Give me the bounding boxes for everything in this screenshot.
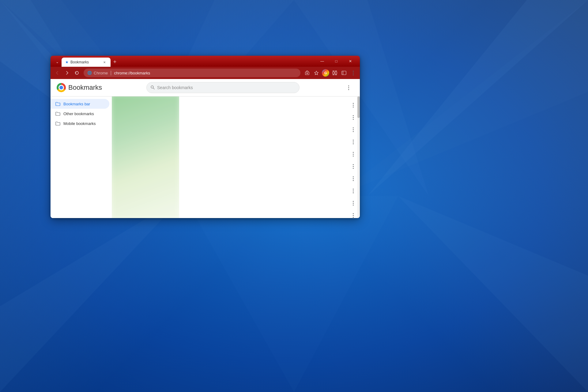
share-icon[interactable] (303, 69, 311, 77)
browser-tab-bookmarks[interactable]: ★ Bookmarks ✕ (62, 58, 111, 67)
sidebar-item-mobile-bookmarks[interactable]: Mobile bookmarks (51, 119, 109, 128)
bookmark-more-button[interactable] (349, 138, 357, 146)
list-item[interactable] (112, 197, 360, 209)
tab-favicon: ★ (65, 60, 69, 64)
page-logo-area: Bookmarks (57, 83, 102, 92)
scrollbar-thumb[interactable] (357, 96, 360, 118)
close-button[interactable]: ✕ (343, 56, 357, 67)
bookmark-more-button[interactable] (349, 125, 357, 134)
sidebar-item-other-bookmarks[interactable]: Other bookmarks (51, 109, 109, 119)
google-g: G (322, 69, 329, 77)
address-url: chrome://bookmarks (114, 71, 150, 75)
search-icon (150, 85, 155, 90)
list-item[interactable] (112, 209, 360, 218)
list-item[interactable] (112, 99, 360, 111)
address-input[interactable]: 🌐 Chrome | chrome://bookmarks (84, 69, 300, 77)
forward-button[interactable] (63, 69, 71, 77)
sidebar-mobile-bookmarks-label: Mobile bookmarks (63, 121, 96, 126)
list-item[interactable] (112, 136, 360, 148)
browser-window: ⌄ ★ Bookmarks ✕ + — □ ✕ 🌐 Chrome | (51, 56, 360, 218)
new-tab-button[interactable]: + (111, 58, 119, 66)
sidebar-item-bookmarks-bar[interactable]: Bookmarks bar (51, 99, 109, 109)
bookmark-more-button[interactable] (349, 211, 357, 218)
sidebar-toggle-icon[interactable] (340, 69, 348, 77)
scrollbar-track (357, 96, 360, 218)
more-menu-icon[interactable] (349, 69, 357, 77)
chrome-label: Chrome (94, 71, 108, 75)
sidebar-bookmarks-bar-label: Bookmarks bar (63, 102, 90, 106)
minimize-button[interactable]: — (315, 56, 329, 67)
chrome-logo (57, 83, 66, 92)
tab-title: Bookmarks (70, 60, 89, 64)
svg-rect-18 (342, 71, 346, 75)
bookmark-more-button[interactable] (349, 150, 357, 158)
tab-overflow-button[interactable]: ⌄ (53, 58, 62, 66)
svg-rect-14 (333, 71, 334, 71)
svg-marker-7 (184, 196, 398, 392)
google-account-icon[interactable]: G (321, 69, 330, 77)
svg-rect-17 (335, 74, 337, 75)
list-item[interactable] (112, 160, 360, 172)
search-bar[interactable]: Search bookmarks (146, 82, 300, 93)
bookmarks-list (112, 96, 360, 218)
list-item[interactable] (112, 111, 360, 123)
folder-icon (55, 111, 60, 116)
page-more-options-button[interactable] (344, 83, 354, 92)
folder-icon (55, 121, 60, 126)
svg-rect-16 (333, 74, 334, 75)
list-item[interactable] (112, 148, 360, 160)
svg-marker-6 (398, 196, 588, 392)
address-bar: 🌐 Chrome | chrome://bookmarks G (51, 67, 360, 79)
back-button[interactable] (53, 69, 62, 77)
svg-point-20 (151, 86, 153, 88)
page-content: Bookmarks Search bookmarks (51, 79, 360, 218)
bookmarks-layout: Bookmarks bar Other bookmarks Mobile boo… (51, 96, 360, 218)
svg-line-21 (153, 88, 155, 89)
folder-icon (55, 101, 60, 106)
page-title: Bookmarks (68, 84, 102, 92)
maximize-button[interactable]: □ (329, 56, 343, 67)
list-item[interactable] (112, 185, 360, 197)
title-bar: ⌄ ★ Bookmarks ✕ + — □ ✕ (51, 56, 360, 67)
search-placeholder: Search bookmarks (157, 85, 193, 90)
bookmarks-area (112, 96, 360, 218)
reload-button[interactable] (73, 69, 81, 77)
search-bar-wrapper: Search bookmarks (146, 82, 300, 93)
bookmark-star-icon[interactable] (312, 69, 321, 77)
list-item[interactable] (112, 172, 360, 185)
svg-rect-13 (335, 72, 337, 74)
page-header: Bookmarks Search bookmarks (51, 79, 360, 96)
bookmark-more-button[interactable] (349, 101, 357, 109)
svg-marker-5 (0, 196, 184, 392)
bookmark-more-button[interactable] (349, 187, 357, 195)
svg-rect-12 (333, 72, 334, 74)
sidebar: Bookmarks bar Other bookmarks Mobile boo… (51, 96, 112, 218)
address-separator: | (110, 70, 111, 76)
bookmark-more-button[interactable] (349, 174, 357, 183)
svg-marker-11 (315, 71, 318, 75)
window-controls: — □ ✕ (315, 56, 357, 67)
extensions-icon[interactable] (330, 69, 339, 77)
list-item[interactable] (112, 123, 360, 136)
svg-rect-15 (335, 71, 337, 71)
bookmark-more-button[interactable] (349, 113, 357, 122)
tab-close-button[interactable]: ✕ (102, 60, 107, 65)
bookmark-more-button[interactable] (349, 162, 357, 171)
toolbar-icons: G (303, 69, 357, 77)
bookmark-more-button[interactable] (349, 199, 357, 207)
globe-icon: 🌐 (87, 71, 92, 75)
sidebar-other-bookmarks-label: Other bookmarks (63, 111, 94, 116)
